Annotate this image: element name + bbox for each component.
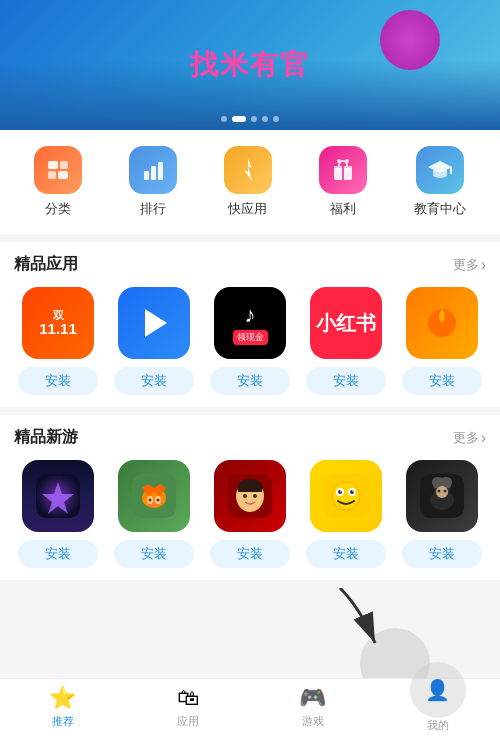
xiaohongshu-icon[interactable]: 小红书 xyxy=(310,287,382,359)
featured-games-section: 精品新游 更多 安装 xyxy=(0,415,500,580)
wode-circle: 👤 xyxy=(410,662,466,718)
games-section-header: 精品新游 更多 xyxy=(14,427,486,448)
xhs-text: 小红书 xyxy=(316,310,376,337)
games-more-link[interactable]: 更多 xyxy=(453,429,486,447)
app-youku: 安装 xyxy=(110,287,198,395)
banner-text: 找米有官 xyxy=(190,46,310,84)
banner-circle xyxy=(380,10,440,70)
dark-install-btn[interactable]: 安装 xyxy=(18,540,98,568)
taobao-icon[interactable]: 双 11.11 xyxy=(22,287,94,359)
jiaoyu-label: 教育中心 xyxy=(414,200,466,218)
svg-rect-6 xyxy=(158,162,163,180)
svg-point-30 xyxy=(332,482,360,510)
xiaohongshu-install-btn[interactable]: 安装 xyxy=(306,367,386,395)
svg-rect-1 xyxy=(60,161,68,169)
svg-point-27 xyxy=(243,494,247,498)
tuijian-icon: ⭐ xyxy=(49,685,76,711)
featured-apps-section: 精品应用 更多 双 11.11 安装 安装 ♪ 领现金 安装 xyxy=(0,242,500,407)
youku-icon[interactable] xyxy=(118,287,190,359)
celeb-install-btn[interactable]: 安装 xyxy=(210,540,290,568)
app-xiaohongshu: 小红书 安装 xyxy=(302,287,390,395)
app-orange: 安装 xyxy=(398,287,486,395)
tab-youxi[interactable]: 🎮 游戏 xyxy=(250,685,375,729)
fox-install-btn[interactable]: 安装 xyxy=(114,540,194,568)
svg-rect-3 xyxy=(58,171,68,179)
emoji-game-icon[interactable] xyxy=(310,460,382,532)
svg-point-35 xyxy=(340,490,342,492)
yingyong-icon: 🛍 xyxy=(177,685,199,711)
taobao-install-btn[interactable]: 安装 xyxy=(18,367,98,395)
douyin-icon[interactable]: ♪ 领现金 xyxy=(214,287,286,359)
app-douyin: ♪ 领现金 安装 xyxy=(206,287,294,395)
nav-paihang[interactable]: 排行 xyxy=(129,146,177,218)
wode-icon: 👤 xyxy=(425,678,450,702)
tuijian-label: 推荐 xyxy=(52,714,74,729)
game-dark: 安装 xyxy=(14,460,102,568)
banner-dot-2 xyxy=(232,116,246,122)
orange-icon[interactable] xyxy=(406,287,478,359)
svg-point-36 xyxy=(352,490,354,492)
svg-rect-0 xyxy=(48,161,58,169)
nav-row: 分类 排行 快应用 xyxy=(0,130,500,234)
emoji-install-btn[interactable]: 安装 xyxy=(306,540,386,568)
svg-point-22 xyxy=(157,499,160,502)
nav-kuaiyongyong[interactable]: 快应用 xyxy=(224,146,272,218)
shadow-game-icon[interactable] xyxy=(406,460,478,532)
tab-wode[interactable]: 👤 我的 xyxy=(375,682,500,733)
game-fox: 安装 xyxy=(110,460,198,568)
svg-point-40 xyxy=(436,486,448,498)
paihang-label: 排行 xyxy=(140,200,166,218)
celeb-game-icon[interactable] xyxy=(214,460,286,532)
svg-rect-5 xyxy=(151,166,156,180)
app-taobao: 双 11.11 安装 xyxy=(14,287,102,395)
game-celeb: 安装 xyxy=(206,460,294,568)
svg-point-41 xyxy=(438,490,441,493)
svg-point-42 xyxy=(444,490,447,493)
paihang-icon xyxy=(129,146,177,194)
kuai-label: 快应用 xyxy=(228,200,267,218)
banner: 找米有官 xyxy=(0,0,500,130)
nav-jiaoyu[interactable]: 教育中心 xyxy=(414,146,466,218)
douyin-install-btn[interactable]: 安装 xyxy=(210,367,290,395)
svg-point-21 xyxy=(149,499,152,502)
youku-install-btn[interactable]: 安装 xyxy=(114,367,194,395)
svg-rect-2 xyxy=(48,171,56,179)
svg-marker-7 xyxy=(244,159,252,181)
nav-fuli[interactable]: 福利 xyxy=(319,146,367,218)
apps-section-header: 精品应用 更多 xyxy=(14,254,486,275)
svg-rect-4 xyxy=(144,171,149,180)
jiaoyu-icon xyxy=(416,146,464,194)
yingyong-label: 应用 xyxy=(177,714,199,729)
nav-fenlei[interactable]: 分类 xyxy=(34,146,82,218)
wode-label: 我的 xyxy=(427,718,449,733)
banner-dot-5 xyxy=(273,116,279,122)
youku-play-icon xyxy=(145,309,167,337)
youxi-icon: 🎮 xyxy=(299,685,326,711)
games-section-title: 精品新游 xyxy=(14,427,78,448)
shadow-install-btn[interactable]: 安装 xyxy=(402,540,482,568)
youxi-label: 游戏 xyxy=(302,714,324,729)
fuli-icon xyxy=(319,146,367,194)
banner-dot-1 xyxy=(221,116,227,122)
orange-install-btn[interactable]: 安装 xyxy=(402,367,482,395)
svg-point-23 xyxy=(152,503,156,506)
tab-yingyong[interactable]: 🛍 应用 xyxy=(125,685,250,729)
apps-more-link[interactable]: 更多 xyxy=(453,256,486,274)
annotation-arrow xyxy=(320,588,400,668)
kuai-icon xyxy=(224,146,272,194)
fuli-label: 福利 xyxy=(330,200,356,218)
svg-point-28 xyxy=(253,494,257,498)
apps-section-title: 精品应用 xyxy=(14,254,78,275)
game-emoji: 安装 xyxy=(302,460,390,568)
svg-point-12 xyxy=(345,159,349,163)
banner-dots xyxy=(221,116,279,122)
apps-row: 双 11.11 安装 安装 ♪ 领现金 安装 小红书 安装 xyxy=(14,287,486,395)
fox-game-icon[interactable] xyxy=(118,460,190,532)
game-shadow: 安装 xyxy=(398,460,486,568)
fenlei-icon xyxy=(34,146,82,194)
dark-game-icon[interactable] xyxy=(22,460,94,532)
games-row: 安装 安装 xyxy=(14,460,486,568)
fenlei-label: 分类 xyxy=(45,200,71,218)
tab-tuijian[interactable]: ⭐ 推荐 xyxy=(0,685,125,729)
tab-bar: ⭐ 推荐 🛍 应用 🎮 游戏 👤 我的 xyxy=(0,678,500,743)
